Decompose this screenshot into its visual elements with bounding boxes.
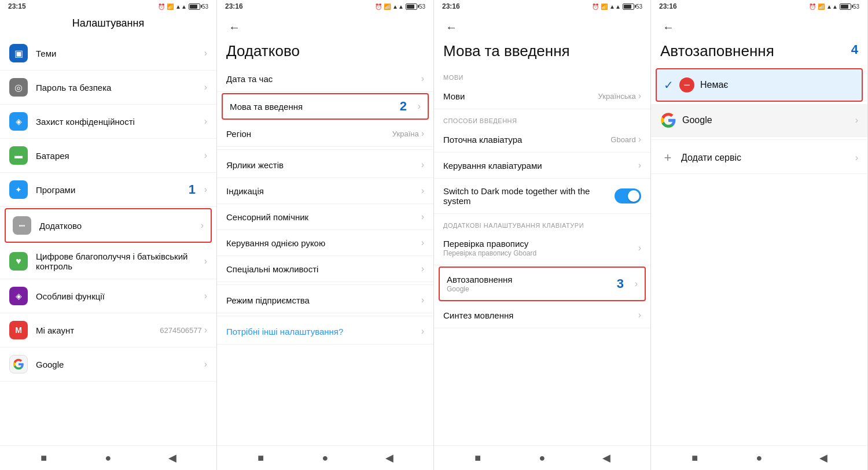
apps-text: Програми [36, 185, 204, 195]
none-label: Немає [700, 80, 729, 90]
signal-icon-2: 📶 [384, 3, 391, 10]
menu-item-apps[interactable]: ✦ Програми 1 › [0, 173, 216, 207]
menu-item-manage-keyboards[interactable]: Керування клавіатурами › [434, 153, 650, 179]
menu-item-themes[interactable]: ▣ Теми › [0, 36, 216, 71]
menu-item-battery[interactable]: ▬ Батарея › [0, 139, 216, 173]
autofill-label: Автозаповнення [447, 275, 635, 284]
section-extra: ДОДАТКОВІ НАЛАШТУВАННЯ КЛАВІАТУРИ [434, 214, 650, 231]
chevron-apps: › [204, 184, 207, 195]
chevron-password: › [204, 82, 207, 92]
spellcheck-text: Перевірка правопису Перевірка правопису … [443, 239, 638, 257]
region-value: Україна [392, 129, 419, 138]
back-button-2[interactable]: ← [226, 18, 242, 36]
chevron-region: › [421, 128, 424, 139]
status-icons-1: ⏰ 📶 ▲▲ 53 [158, 3, 208, 10]
google-autofill-label: Google [682, 115, 855, 125]
chevron-enterprise: › [421, 295, 424, 305]
dark-mode-text: Switch to Dark mode together with the sy… [443, 186, 615, 206]
google-label: Google [36, 360, 204, 369]
menu-item-indication[interactable]: Індикація › [217, 178, 433, 204]
autofill-add-item[interactable]: + Додати сервіс › [651, 142, 867, 174]
back-button-4[interactable]: ← [660, 18, 676, 36]
sensor-label: Сенсорний помічник [226, 212, 421, 222]
menu-item-enterprise[interactable]: Режим підприємства › [217, 287, 433, 313]
menu-item-languages[interactable]: Мови Українська › [434, 83, 650, 109]
nav-square-2[interactable]: ■ [255, 452, 267, 464]
menu-item-mi[interactable]: M Мі акаунт 6274506577 › [0, 313, 216, 347]
onehand-text: Керування однією рукою [226, 238, 421, 248]
menu-item-google[interactable]: Google › [0, 347, 216, 382]
alarm-icon-3: ⏰ [592, 3, 599, 10]
back-button-3[interactable]: ← [443, 18, 459, 36]
chevron-accessibility: › [421, 264, 424, 274]
menu-item-autofill[interactable]: Автозаповнення Google 3 › [439, 267, 646, 301]
spellcheck-label: Перевірка правопису [443, 239, 638, 249]
menu-item-onehand[interactable]: Керування однією рукою › [217, 230, 433, 256]
battery-icon-4 [840, 3, 851, 10]
password-label: Пароль та безпека [36, 83, 204, 92]
chevron-additional: › [201, 220, 204, 231]
menu-item-current-keyboard[interactable]: Поточна клавіатура Gboard › [434, 127, 650, 153]
wellbeing-label: Цифрове благополуччя і батьківський конт… [36, 251, 204, 271]
divider-2c [217, 316, 433, 316]
tts-text: Синтез мовлення [443, 310, 638, 320]
menu-item-password[interactable]: ◎ Пароль та безпека › [0, 71, 216, 105]
nav-square-3[interactable]: ■ [472, 452, 484, 464]
screen-2: 23:16 ⏰ 📶 ▲▲ 53 ← Додатково Дата та час … [217, 0, 434, 470]
battery-icon-3 [623, 3, 634, 10]
menu-item-special[interactable]: ◈ Особливі функції › [0, 279, 216, 313]
autofill-none-item[interactable]: ✓ − Немає [656, 68, 863, 102]
page-title-2: Додатково [217, 39, 433, 66]
remove-icon: − [679, 77, 694, 92]
autofill-google-item[interactable]: Google › [651, 104, 867, 137]
menu-item-sensor[interactable]: Сенсорний помічник › [217, 204, 433, 230]
menu-item-tts[interactable]: Синтез мовлення › [434, 302, 650, 328]
mi-text: Мі акаунт [36, 325, 160, 335]
status-bar-3: 23:16 ⏰ 📶 ▲▲ 53 [434, 0, 650, 13]
nav-circle-3[interactable]: ● [536, 452, 549, 464]
section-input: СПОСОБИ ВВЕДЕННЯ [434, 109, 650, 127]
battery-text: Батарея [36, 151, 204, 161]
page-title-1: Налаштування [0, 13, 216, 36]
nav-circle-1[interactable]: ● [102, 452, 115, 464]
nav-circle-4[interactable]: ● [753, 452, 766, 464]
nav-circle-2[interactable]: ● [319, 452, 332, 464]
nav-back-2[interactable]: ◀ [383, 452, 396, 464]
languages-text: Мови [443, 91, 598, 101]
wifi-icon-3: ▲▲ [609, 3, 621, 10]
nav-back-4[interactable]: ◀ [817, 452, 830, 464]
divider-2a [217, 149, 433, 150]
nav-square-1[interactable]: ■ [38, 452, 50, 464]
password-text: Пароль та безпека [36, 83, 204, 92]
menu-item-accessibility[interactable]: Спеціальні можливості › [217, 256, 433, 282]
region-text: Регіон [226, 129, 392, 139]
menu-item-dark-mode[interactable]: Switch to Dark mode together with the sy… [434, 179, 650, 214]
nav-square-4[interactable]: ■ [689, 452, 701, 464]
menu-item-gestures[interactable]: Ярлики жестів › [217, 152, 433, 178]
chevron-datetime: › [421, 73, 424, 84]
nav-back-3[interactable]: ◀ [600, 452, 613, 464]
language-label: Мова та введення [230, 102, 418, 112]
menu-item-datetime[interactable]: Дата та час › [217, 66, 433, 92]
add-service-label: Додати сервіс [681, 153, 855, 163]
menu-item-region[interactable]: Регіон Україна › [217, 121, 433, 147]
alarm-icon-2: ⏰ [375, 3, 382, 10]
menu-item-privacy[interactable]: ◈ Захист конфіденційності › [0, 105, 216, 139]
chevron-wellbeing: › [204, 256, 207, 267]
chevron-privacy: › [204, 116, 207, 127]
menu-item-additional[interactable]: ••• Додатково › [5, 208, 212, 243]
signal-icon: 📶 [167, 3, 174, 10]
nav-back-1[interactable]: ◀ [166, 452, 179, 464]
dark-mode-toggle[interactable] [615, 188, 641, 203]
google-menu-icon [9, 355, 28, 373]
menu-item-spellcheck[interactable]: Перевірка правопису Перевірка правопису … [434, 231, 650, 265]
time-4: 23:16 [659, 2, 677, 10]
menu-item-language[interactable]: Мова та введення 2 › [222, 93, 429, 120]
top-bar-4: ← [651, 13, 867, 39]
special-text: Особливі функції [36, 291, 204, 301]
menu-item-wellbeing[interactable]: ♥ Цифрове благополуччя і батьківський ко… [0, 244, 216, 279]
status-bar-1: 23:15 ⏰ 📶 ▲▲ 53 [0, 0, 216, 13]
menu-item-more[interactable]: Потрібні інші налаштування? › [217, 319, 433, 345]
nav-bar-3: ■ ● ◀ [434, 445, 650, 470]
status-bar-2: 23:16 ⏰ 📶 ▲▲ 53 [217, 0, 433, 13]
